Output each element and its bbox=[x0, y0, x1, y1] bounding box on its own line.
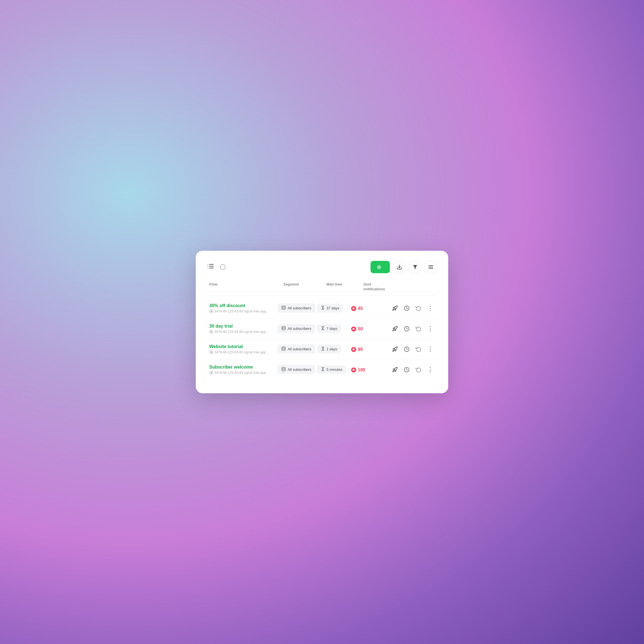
history-icon[interactable] bbox=[414, 365, 423, 374]
svg-point-13 bbox=[282, 326, 285, 328]
row-actions: ⋮ bbox=[390, 324, 435, 333]
url-dot-icon bbox=[209, 350, 213, 354]
svg-point-17 bbox=[282, 367, 285, 369]
row-actions: ⋮ bbox=[390, 345, 435, 354]
segment-cell: All subscribers bbox=[277, 365, 317, 374]
row-actions: ⋮ bbox=[390, 365, 435, 374]
header-left bbox=[207, 263, 226, 272]
table-row: Website tutorial 3479-86-125-63-85.ngrok… bbox=[207, 339, 437, 360]
notification-dot-icon bbox=[351, 367, 356, 372]
col-actions bbox=[406, 282, 435, 292]
sent-notifications-cell: 45 bbox=[351, 305, 390, 311]
flow-url: 3479-86-125-63-85.ngrok-free.app... bbox=[209, 350, 277, 354]
flow-info: Website tutorial 3479-86-125-63-85.ngrok… bbox=[209, 344, 277, 354]
url-dot-icon bbox=[209, 330, 213, 334]
segment-badge: All subscribers bbox=[277, 344, 315, 354]
wait-badge: 37 days bbox=[317, 304, 343, 312]
segment-badge: All subscribers bbox=[277, 365, 315, 374]
segment-cell: All subscribers bbox=[277, 324, 317, 333]
history-icon[interactable] bbox=[414, 304, 423, 313]
notification-count: 45 bbox=[351, 306, 363, 311]
sent-notifications-cell: 90 bbox=[351, 346, 390, 352]
wait-badge: 1 days bbox=[317, 345, 341, 353]
flows-card: ⊕ bbox=[196, 251, 448, 393]
table-row: 30% off discount 3479-86-125-63-85.ngrok… bbox=[207, 298, 437, 319]
col-flow: Flow bbox=[209, 282, 284, 292]
schedule-icon[interactable] bbox=[402, 304, 411, 313]
sent-notifications-cell: 100 bbox=[351, 367, 390, 372]
history-icon[interactable] bbox=[414, 324, 423, 333]
col-wait-time: Wait time bbox=[326, 282, 363, 292]
flow-url: 3479-86-125-63-85.ngrok-free.app... bbox=[209, 309, 277, 313]
schedule-icon[interactable] bbox=[402, 365, 411, 374]
wait-time-cell: 1 days bbox=[317, 345, 351, 353]
table-row: Subscriber welcome 3479-86-125-63-85.ngr… bbox=[207, 360, 437, 380]
header-right: ⊕ bbox=[371, 261, 437, 273]
table-row: 30 day trial 3479-86-125-63-85.ngrok-fre… bbox=[207, 319, 437, 339]
schedule-icon[interactable] bbox=[402, 345, 411, 354]
segment-badge: All subscribers bbox=[277, 303, 315, 313]
plus-icon: ⊕ bbox=[377, 264, 381, 270]
flow-name[interactable]: Website tutorial bbox=[209, 344, 277, 349]
flow-url: 3479-86-125-63-85.ngrok-free.app... bbox=[209, 330, 277, 334]
flow-name[interactable]: 30% off discount bbox=[209, 303, 277, 308]
url-dot-icon bbox=[209, 309, 213, 313]
flow-info: 30% off discount 3479-86-125-63-85.ngrok… bbox=[209, 303, 277, 313]
segment-stack-icon bbox=[281, 305, 286, 311]
launch-icon[interactable] bbox=[390, 365, 399, 374]
wait-time-cell: 7 days bbox=[317, 324, 351, 333]
download-button[interactable] bbox=[393, 261, 406, 273]
row-actions: ⋮ bbox=[390, 304, 435, 313]
columns-button[interactable] bbox=[425, 261, 437, 273]
segment-stack-icon bbox=[281, 367, 286, 372]
filter-button[interactable] bbox=[409, 261, 421, 273]
sent-notifications-cell: 50 bbox=[351, 326, 390, 332]
hourglass-icon bbox=[321, 326, 325, 331]
svg-point-11 bbox=[282, 306, 285, 307]
history-icon[interactable] bbox=[414, 345, 423, 354]
wait-time-cell: 5 minutes bbox=[317, 365, 351, 374]
more-options-button[interactable]: ⋮ bbox=[426, 345, 435, 354]
col-sent-notifications: Sentnotifications bbox=[364, 282, 406, 292]
more-options-button[interactable]: ⋮ bbox=[426, 304, 435, 313]
table-header: Flow Segment Wait time Sentnotifications bbox=[207, 282, 437, 296]
launch-icon[interactable] bbox=[390, 304, 399, 313]
hourglass-icon bbox=[321, 347, 325, 351]
flows-list-icon bbox=[207, 263, 214, 272]
flow-info: 30 day trial 3479-86-125-63-85.ngrok-fre… bbox=[209, 324, 277, 334]
page-header: ⊕ bbox=[207, 261, 437, 273]
wait-time-cell: 37 days bbox=[317, 304, 351, 312]
flow-name[interactable]: Subscriber welcome bbox=[209, 365, 277, 370]
notification-dot-icon bbox=[351, 347, 356, 352]
notification-count: 50 bbox=[351, 326, 363, 332]
info-icon[interactable] bbox=[220, 264, 226, 270]
wait-badge: 5 minutes bbox=[317, 365, 346, 374]
create-flow-button[interactable]: ⊕ bbox=[371, 261, 390, 273]
schedule-icon[interactable] bbox=[402, 324, 411, 333]
launch-icon[interactable] bbox=[390, 324, 399, 333]
svg-point-15 bbox=[282, 347, 285, 348]
notification-count: 100 bbox=[351, 367, 365, 372]
notification-dot-icon bbox=[351, 326, 356, 332]
flow-info: Subscriber welcome 3479-86-125-63-85.ngr… bbox=[209, 365, 277, 375]
wait-badge: 7 days bbox=[317, 324, 341, 333]
notification-dot-icon bbox=[351, 306, 356, 311]
segment-cell: All subscribers bbox=[277, 303, 317, 313]
table-body: 30% off discount 3479-86-125-63-85.ngrok… bbox=[207, 298, 437, 380]
hourglass-icon bbox=[321, 367, 325, 372]
segment-stack-icon bbox=[281, 346, 286, 352]
more-options-button[interactable]: ⋮ bbox=[426, 324, 435, 333]
svg-marker-7 bbox=[413, 265, 417, 269]
url-dot-icon bbox=[209, 371, 213, 375]
more-options-button[interactable]: ⋮ bbox=[426, 365, 435, 374]
launch-icon[interactable] bbox=[390, 345, 399, 354]
flow-name[interactable]: 30 day trial bbox=[209, 324, 277, 329]
segment-cell: All subscribers bbox=[277, 344, 317, 354]
col-segment: Segment bbox=[284, 282, 326, 292]
notification-count: 90 bbox=[351, 347, 363, 352]
segment-stack-icon bbox=[281, 326, 286, 331]
hourglass-icon bbox=[321, 306, 325, 311]
segment-badge: All subscribers bbox=[277, 324, 315, 333]
flow-url: 3479-86-125-63-85.ngrok-free.app... bbox=[209, 371, 277, 375]
